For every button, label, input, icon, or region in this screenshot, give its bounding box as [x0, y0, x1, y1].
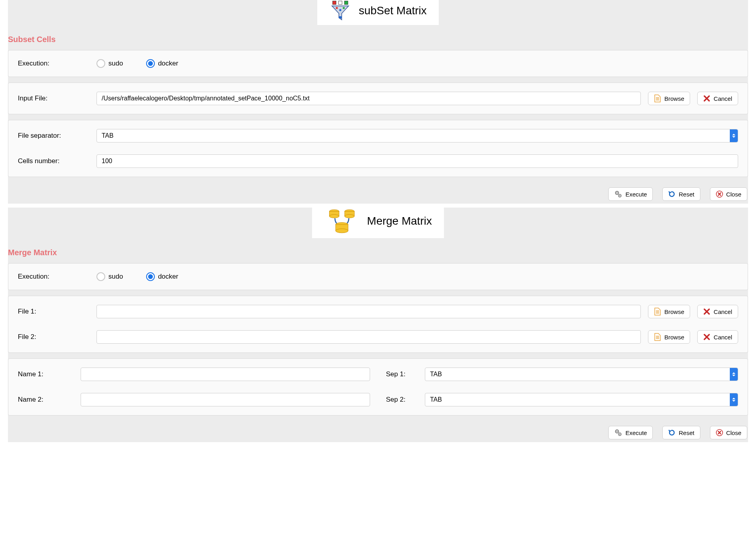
- merge-execution-group: Execution: sudo docker: [8, 263, 748, 290]
- svg-rect-0: [333, 1, 336, 5]
- sep2-value: TAB: [430, 396, 442, 403]
- merge-hero-label: Merge Matrix: [367, 215, 432, 227]
- svg-point-5: [339, 9, 341, 11]
- radio-sudo-label: sudo: [108, 60, 123, 67]
- refresh-icon: [668, 191, 675, 198]
- subset-action-row: Execute Reset Close: [8, 183, 748, 203]
- merge-section-title: Merge Matrix: [8, 248, 748, 257]
- radio-docker-label: docker: [158, 273, 178, 281]
- subset-params-group: File separator: TAB Cells number:: [8, 120, 748, 177]
- file-separator-value: TAB: [102, 132, 114, 139]
- radio-sudo[interactable]: sudo: [96, 272, 123, 281]
- x-icon: [703, 95, 710, 102]
- merge-names-group: Name 1: Sep 1: TAB Name 2: Sep 2:: [8, 358, 748, 416]
- file2-field[interactable]: [96, 330, 641, 344]
- close-button[interactable]: Close: [710, 426, 747, 439]
- name2-field[interactable]: [81, 393, 370, 406]
- cancel-label: Cancel: [714, 95, 732, 102]
- radio-sudo[interactable]: sudo: [96, 59, 123, 68]
- close-circle-icon: [716, 429, 723, 436]
- chevron-updown-icon: [730, 129, 738, 142]
- cells-number-field[interactable]: [96, 154, 738, 168]
- document-icon: [654, 94, 661, 102]
- cancel-button[interactable]: Cancel: [697, 305, 738, 318]
- merge-db-icon: [324, 207, 360, 235]
- file-separator-label: File separator:: [18, 132, 89, 140]
- execute-button[interactable]: Execute: [608, 187, 653, 201]
- cancel-button[interactable]: Cancel: [697, 92, 738, 105]
- radio-off-icon: [96, 272, 105, 281]
- cancel-label: Cancel: [714, 334, 732, 341]
- svg-point-10: [619, 195, 621, 196]
- radio-on-icon: [146, 272, 155, 281]
- chevron-updown-icon: [730, 368, 738, 381]
- radio-off-icon: [96, 59, 105, 68]
- execute-label: Execute: [625, 191, 647, 198]
- sep2-select[interactable]: TAB: [425, 393, 738, 406]
- svg-point-8: [617, 192, 618, 194]
- subset-hero: subSet Matrix: [8, 0, 748, 25]
- browse-label: Browse: [664, 95, 684, 102]
- radio-docker[interactable]: docker: [146, 59, 178, 68]
- input-file-label: Input File:: [18, 94, 89, 102]
- close-circle-icon: [716, 191, 723, 198]
- input-file-field[interactable]: [96, 92, 641, 105]
- execute-label: Execute: [625, 429, 647, 436]
- browse-button[interactable]: Browse: [648, 330, 690, 344]
- merge-files-group: File 1: Browse Cancel File 2:: [8, 296, 748, 353]
- radio-docker[interactable]: docker: [146, 272, 178, 281]
- file1-label: File 1:: [18, 308, 89, 316]
- name1-field[interactable]: [81, 368, 370, 381]
- browse-label: Browse: [664, 308, 684, 315]
- execute-button[interactable]: Execute: [608, 426, 653, 439]
- merge-hero: Merge Matrix: [8, 204, 748, 238]
- cells-number-label: Cells number:: [18, 157, 89, 165]
- browse-label: Browse: [664, 334, 684, 341]
- svg-point-4: [343, 7, 345, 9]
- cancel-button[interactable]: Cancel: [697, 330, 738, 344]
- gears-icon: [614, 429, 622, 437]
- file1-field[interactable]: [96, 305, 641, 318]
- file2-label: File 2:: [18, 333, 89, 341]
- svg-rect-6: [339, 16, 342, 18]
- radio-sudo-label: sudo: [108, 273, 123, 281]
- svg-point-20: [336, 229, 349, 233]
- x-icon: [703, 308, 710, 315]
- merge-action-row: Execute Reset Close: [8, 421, 748, 442]
- document-icon: [654, 308, 661, 316]
- reset-label: Reset: [679, 191, 694, 198]
- file-separator-select[interactable]: TAB: [96, 129, 738, 142]
- sep1-label: Sep 1:: [386, 370, 418, 378]
- execution-label: Execution:: [18, 273, 89, 281]
- close-label: Close: [726, 429, 741, 436]
- browse-button[interactable]: Browse: [648, 92, 690, 105]
- reset-button[interactable]: Reset: [662, 187, 700, 201]
- name1-label: Name 1:: [18, 370, 73, 378]
- sep2-label: Sep 2:: [386, 396, 418, 404]
- svg-point-22: [617, 431, 618, 432]
- svg-point-24: [619, 434, 621, 435]
- close-button[interactable]: Close: [710, 187, 747, 201]
- svg-point-17: [345, 214, 355, 218]
- svg-point-3: [336, 7, 338, 9]
- name2-label: Name 2:: [18, 396, 73, 404]
- sep1-select[interactable]: TAB: [425, 368, 738, 381]
- x-icon: [703, 333, 710, 341]
- sep1-value: TAB: [430, 371, 442, 378]
- svg-rect-2: [345, 1, 348, 5]
- close-label: Close: [726, 191, 741, 198]
- funnel-icon: [329, 0, 351, 22]
- chevron-updown-icon: [730, 393, 738, 406]
- svg-point-14: [330, 214, 339, 218]
- subset-execution-group: Execution: sudo docker: [8, 50, 748, 77]
- reset-button[interactable]: Reset: [662, 426, 700, 439]
- subset-input-file-group: Input File: Browse Cancel: [8, 83, 748, 114]
- reset-label: Reset: [679, 429, 694, 436]
- refresh-icon: [668, 429, 675, 436]
- subset-hero-label: subSet Matrix: [359, 4, 426, 17]
- execution-label: Execution:: [18, 60, 89, 67]
- cancel-label: Cancel: [714, 308, 732, 315]
- gears-icon: [614, 190, 622, 198]
- browse-button[interactable]: Browse: [648, 305, 690, 318]
- subset-section-title: Subset Cells: [8, 35, 748, 44]
